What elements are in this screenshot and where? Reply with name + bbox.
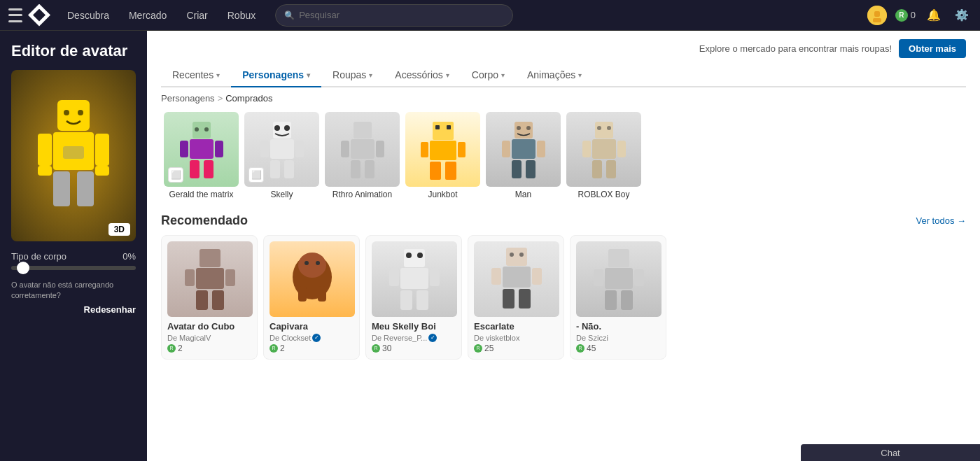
char-name-robloxboy: ROBLOX Boy: [578, 190, 629, 201]
breadcrumb-current: Comprados: [225, 93, 272, 104]
svg-rect-8: [38, 134, 52, 166]
rec-card-escarlate[interactable]: Escarlate De visketblox R 25: [468, 235, 564, 360]
svg-rect-3: [57, 100, 90, 131]
chevron-down-icon: ▾: [307, 71, 310, 79]
menu-icon[interactable]: [8, 8, 22, 22]
rec-price-nao: R 45: [576, 343, 660, 353]
svg-rect-26: [270, 160, 280, 178]
tab-recentes[interactable]: Recentes ▾: [161, 64, 231, 87]
svg-rect-75: [430, 269, 440, 286]
svg-rect-92: [605, 290, 617, 310]
topnav-links: Descubra Mercado Criar Robux: [59, 6, 264, 25]
breadcrumb-parent[interactable]: Personagens: [161, 93, 215, 104]
tabs-row: Recentes ▾ Personagens ▾ Roupas ▾ Acessó…: [161, 64, 966, 87]
svg-point-21: [204, 127, 209, 132]
tab-animacoes[interactable]: Animações ▾: [516, 64, 593, 87]
3d-button[interactable]: 3D: [108, 223, 130, 236]
recommended-header: Recomendado Ver todos →: [161, 213, 966, 228]
rec-card-nao[interactable]: - Não. De Sziczi R 45: [570, 235, 666, 360]
search-input[interactable]: [299, 10, 504, 20]
page-title: Editor de avatar: [11, 42, 136, 60]
svg-rect-18: [190, 160, 200, 178]
svg-rect-70: [298, 286, 307, 302]
svg-point-86: [510, 253, 514, 257]
chevron-down-icon: ▾: [446, 71, 449, 79]
nav-mercado[interactable]: Mercado: [120, 6, 175, 25]
search-bar[interactable]: 🔍: [275, 4, 513, 27]
char-card-rthro[interactable]: Rthro Animation: [322, 109, 402, 206]
svg-rect-17: [215, 141, 223, 157]
avatar-preview: 3D: [11, 70, 136, 241]
svg-point-58: [597, 126, 601, 130]
breadcrumb-separator: >: [218, 93, 223, 104]
search-icon: 🔍: [284, 10, 295, 20]
tab-corpo[interactable]: Corpo ▾: [461, 64, 516, 87]
svg-rect-57: [606, 160, 616, 178]
svg-rect-52: [595, 122, 613, 139]
svg-rect-23: [270, 139, 294, 159]
svg-rect-32: [341, 141, 349, 157]
obter-mais-button[interactable]: Obter mais: [899, 39, 966, 58]
svg-rect-36: [433, 122, 454, 140]
chevron-down-icon: ▾: [501, 71, 505, 79]
rec-name-capivara: Capivara: [270, 321, 354, 333]
tab-roupas[interactable]: Roupas ▾: [321, 64, 384, 87]
char-card-gerald[interactable]: ⬜ Gerald the matrix: [161, 109, 241, 206]
char-img-man: [486, 112, 561, 187]
svg-rect-64: [196, 290, 208, 310]
settings-icon[interactable]: ⚙️: [952, 6, 972, 25]
rec-creator-nao: De Sziczi: [576, 334, 660, 342]
body-type-section: Tipo de corpo 0%: [11, 251, 136, 270]
char-card-man[interactable]: Man: [483, 109, 564, 206]
svg-rect-19: [204, 160, 214, 178]
svg-rect-85: [519, 289, 531, 308]
svg-rect-47: [537, 141, 545, 157]
svg-point-79: [417, 253, 423, 258]
robux-icon: R: [372, 344, 380, 353]
char-card-junkbot[interactable]: Junkbot: [402, 109, 483, 206]
svg-rect-44: [514, 122, 533, 139]
svg-rect-71: [318, 286, 326, 302]
chat-bar[interactable]: Chat: [801, 444, 980, 461]
char-img-gerald: ⬜: [164, 112, 239, 187]
svg-rect-27: [284, 160, 294, 178]
svg-rect-63: [225, 269, 235, 286]
tab-acessorios[interactable]: Acessórios ▾: [384, 64, 460, 87]
body-type-slider[interactable]: [11, 266, 136, 270]
robux-display[interactable]: R 0: [895, 9, 916, 22]
svg-rect-35: [365, 160, 374, 178]
ver-todos-link[interactable]: Ver todos →: [916, 215, 966, 226]
recommended-grid: Avatar do Cubo De MagicalV R 2: [161, 235, 966, 360]
rec-card-capivara[interactable]: Capivara De Clockset ✓ R 2: [263, 235, 360, 360]
chevron-down-icon: ▾: [216, 71, 220, 79]
rec-card-cubo[interactable]: Avatar do Cubo De MagicalV R 2: [161, 235, 258, 360]
slider-thumb[interactable]: [17, 262, 29, 274]
nav-robux[interactable]: Robux: [219, 6, 264, 25]
svg-rect-72: [404, 249, 425, 267]
notifications-icon[interactable]: 🔔: [924, 6, 944, 25]
avatar-icon[interactable]: [867, 6, 887, 25]
rec-creator-cubo: De MagicalV: [167, 334, 251, 342]
redesenhar-button[interactable]: Redesenhar: [11, 304, 136, 315]
svg-point-50: [517, 126, 521, 130]
char-name-gerald: Gerald the matrix: [169, 190, 233, 201]
breadcrumb: Personagens > Comprados: [147, 87, 980, 109]
svg-rect-11: [77, 171, 94, 206]
svg-rect-41: [445, 162, 456, 180]
nav-criar[interactable]: Criar: [178, 6, 216, 25]
rec-name-cubo: Avatar do Cubo: [167, 321, 251, 333]
svg-rect-2: [873, 18, 881, 22]
explore-text: Explore o mercado para encontrar mais ro…: [699, 43, 892, 54]
characters-grid: ⬜ Gerald the matrix: [147, 109, 980, 206]
chat-label: Chat: [881, 448, 899, 458]
robux-icon: R: [270, 344, 278, 353]
svg-rect-39: [458, 142, 465, 157]
svg-rect-89: [605, 268, 633, 289]
char-card-robloxboy[interactable]: ROBLOX Boy: [564, 109, 644, 206]
roblox-logo[interactable]: [28, 4, 50, 27]
rec-price-escarlate: R 25: [474, 343, 558, 353]
tab-personagens[interactable]: Personagens ▾: [231, 64, 321, 87]
rec-card-skelly2[interactable]: Meu Skelly Boi De Reverse_P... ✓ R 30: [365, 235, 462, 360]
nav-descubra[interactable]: Descubra: [59, 6, 118, 25]
char-card-skelly[interactable]: ⬜ Skelly: [241, 109, 322, 206]
